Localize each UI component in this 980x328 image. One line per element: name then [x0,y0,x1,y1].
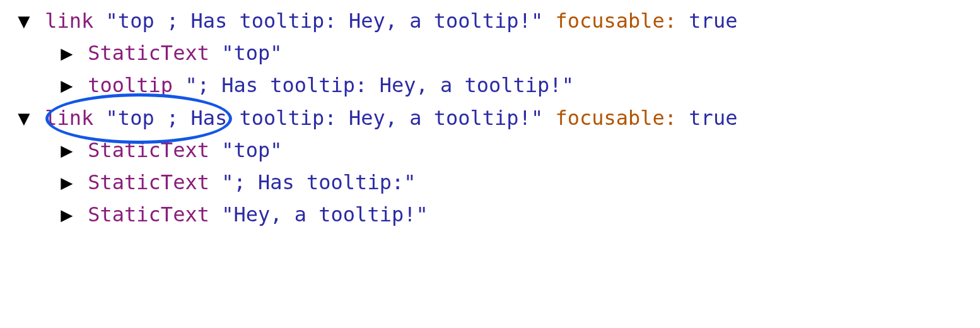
tree-row-link-b[interactable]: ▼ link "top ; Has tooltip: Hey, a toolti… [0,102,980,134]
accessible-name: "top ; Has tooltip: Hey, a tooltip!" [106,106,544,130]
role-label: StaticText [88,41,209,65]
tree-row-link-b-child-2[interactable]: ▶ StaticText "; Has tooltip:" [0,167,980,199]
role-label: StaticText [88,170,209,194]
expand-toggle-closed-icon[interactable]: ▶ [58,134,76,167]
tree-row-link-b-child-3[interactable]: ▶ StaticText "Hey, a tooltip!" [0,199,980,231]
role-label: StaticText [88,138,209,162]
expand-toggle-open-icon[interactable]: ▼ [15,5,33,37]
role-label: StaticText [88,202,209,226]
accessible-name: "; Has tooltip:" [221,170,416,194]
property-colon: : [665,9,677,33]
tree-row-link-a[interactable]: ▼ link "top ; Has tooltip: Hey, a toolti… [0,5,980,37]
accessible-name: "top" [221,138,282,162]
expand-toggle-closed-icon[interactable]: ▶ [58,167,76,199]
expand-toggle-closed-icon[interactable]: ▶ [58,69,76,102]
property-value: true [689,9,737,33]
accessible-name: "Hey, a tooltip!" [221,202,428,226]
property-key: focusable [555,106,664,130]
property-value: true [689,106,737,130]
tree-row-link-b-child-1[interactable]: ▶ StaticText "top" [0,134,980,167]
role-label: link [45,106,93,130]
tree-row-link-a-child-2[interactable]: ▶ tooltip "; Has tooltip: Hey, a tooltip… [0,69,980,102]
expand-toggle-closed-icon[interactable]: ▶ [58,199,76,231]
tree-row-link-a-child-1[interactable]: ▶ StaticText "top" [0,37,980,69]
expand-toggle-open-icon[interactable]: ▼ [15,102,33,134]
role-label: link [45,9,93,33]
property-key: focusable [555,9,664,33]
property-colon: : [665,106,677,130]
accessible-name: "; Has tooltip: Hey, a tooltip!" [185,73,574,97]
accessible-name: "top ; Has tooltip: Hey, a tooltip!" [106,9,544,33]
expand-toggle-closed-icon[interactable]: ▶ [58,37,76,69]
accessible-name: "top" [221,41,282,65]
role-label: tooltip [88,73,173,97]
